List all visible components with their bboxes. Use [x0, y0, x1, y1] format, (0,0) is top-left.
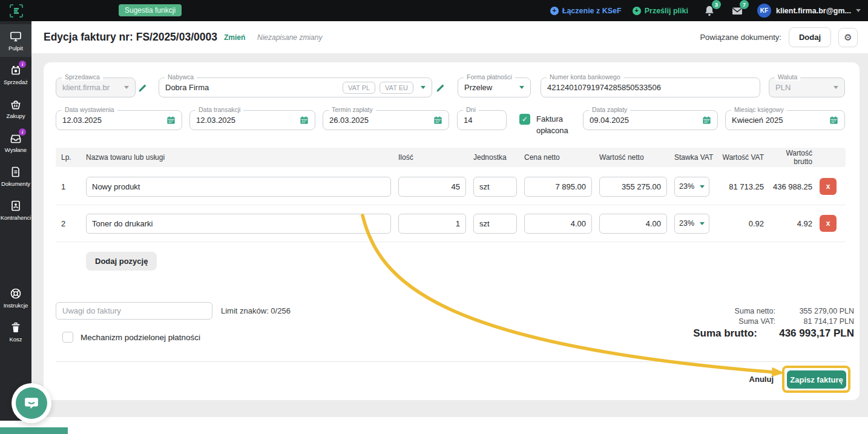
days-input[interactable]: [464, 116, 500, 125]
item-qty-input[interactable]: [404, 219, 460, 228]
calendar-icon[interactable]: [702, 116, 711, 125]
col-vat-rate: Stawka VAT: [674, 153, 715, 162]
calendar-icon[interactable]: [433, 116, 442, 125]
add-related-document-button[interactable]: Dodaj: [789, 27, 831, 47]
upload-files-link[interactable]: + Prześlij pliki: [633, 7, 688, 15]
item-net-value-cell: [599, 177, 667, 197]
item-unit-input[interactable]: [479, 182, 511, 191]
add-item-button[interactable]: Dodaj pozycję: [86, 252, 157, 271]
sidebar-item-kosz[interactable]: Kosz: [0, 315, 31, 348]
ksef-connect-link[interactable]: + Łączenie z KSeF: [550, 7, 622, 15]
account-menu[interactable]: KF klient.firma.br@gm...: [757, 4, 861, 18]
payment-date-input[interactable]: [590, 116, 702, 125]
topbar: Sugestia funkcji + Łączenie z KSeF + Prz…: [0, 0, 868, 21]
sidebar-item-sprzedaz[interactable]: i Sprzedaż: [0, 58, 31, 91]
sidebar-item-instrukcje[interactable]: Instrukcje: [0, 281, 31, 314]
sum-vat-label: Suma VAT:: [679, 317, 775, 326]
sidebar-item-wyslane[interactable]: i Wysłane: [0, 126, 31, 159]
split-payment-checkbox[interactable]: [62, 332, 73, 343]
sidebar-item-pulpit[interactable]: Pulpit: [0, 24, 31, 57]
row-index: 1: [56, 182, 86, 191]
accounting-month-input[interactable]: [732, 116, 829, 125]
sidebar-item-dokumenty[interactable]: Dokumenty: [0, 160, 31, 192]
edit-buyer-pencil-icon[interactable]: [436, 82, 446, 93]
page-header: Edycja faktury nr: FS/2025/03/0003 Zmień…: [31, 21, 868, 53]
col-qty: Ilość: [398, 153, 473, 162]
row-index: 2: [56, 219, 86, 228]
item-qty-cell: [398, 214, 466, 234]
bank-account-field[interactable]: Numer konta bankowego: [541, 77, 760, 97]
settings-button[interactable]: ⚙: [838, 28, 858, 47]
paid-checkbox-label: Faktura opłacona: [536, 114, 580, 137]
item-net-price-input[interactable]: [530, 219, 586, 228]
chat-bubble-icon: [24, 395, 39, 411]
days-field[interactable]: Dni: [457, 110, 507, 130]
vat-pl-toggle[interactable]: VAT PL: [343, 82, 375, 94]
payment-method-select[interactable]: Forma płatności: [458, 77, 531, 97]
col-net-price: Cena netto: [524, 153, 599, 162]
calendar-icon[interactable]: [829, 116, 838, 125]
item-vat-select[interactable]: 23%: [674, 177, 709, 197]
buyer-input[interactable]: [165, 83, 338, 92]
item-qty-input[interactable]: [404, 182, 460, 191]
edit-seller-pencil-icon[interactable]: [138, 82, 148, 93]
footer-divider: [56, 361, 846, 362]
item-net-value-input[interactable]: [605, 182, 661, 191]
avatar: KF: [757, 4, 771, 18]
item-unit-input[interactable]: [479, 219, 511, 228]
split-payment-label: Mechanizm podzielonej płatności: [81, 333, 200, 342]
item-name-input[interactable]: [92, 219, 385, 228]
account-email: klient.firma.br@gm...: [776, 7, 851, 15]
item-net-price-input[interactable]: [530, 182, 586, 191]
sum-gross-label: Suma brutto:: [660, 327, 757, 340]
app-logo-icon[interactable]: [8, 3, 24, 19]
feature-suggestion-badge[interactable]: Sugestia funkcji: [119, 4, 182, 16]
invoice-edit-page: Sugestia funkcji + Łączenie z KSeF + Prz…: [0, 0, 868, 434]
item-gross-value: 436 988.25: [771, 182, 820, 191]
sum-vat-row: Suma VAT: 81 714,17 PLN: [679, 317, 854, 326]
item-name-input[interactable]: [92, 182, 385, 191]
calendar-icon[interactable]: [300, 116, 309, 125]
transaction-date-input[interactable]: [196, 116, 300, 125]
item-net-price-cell: [524, 214, 592, 234]
accounting-month-field[interactable]: Miesiąc księgowy: [725, 110, 845, 130]
save-invoice-button[interactable]: Zapisz fakturę: [787, 370, 846, 389]
delete-item-button[interactable]: x: [820, 215, 837, 232]
char-limit-label: Limit znaków: 0/256: [221, 306, 291, 315]
info-badge: i: [19, 128, 26, 136]
chevron-down-icon: [700, 185, 705, 188]
buyer-field[interactable]: Nabywca VAT PL VAT EU: [159, 77, 432, 97]
vat-eu-toggle[interactable]: VAT EU: [380, 82, 413, 94]
unsaved-changes-label: Niezapisane zmiany: [257, 33, 322, 42]
messages-button[interactable]: 7: [731, 4, 744, 18]
mail-count-badge: 7: [740, 0, 749, 9]
paid-checkbox[interactable]: ✓: [519, 114, 530, 125]
split-payment-group: Mechanizm podzielonej płatności: [62, 332, 200, 343]
currency-select: Waluta: [769, 77, 845, 97]
delete-item-button[interactable]: x: [820, 178, 837, 195]
due-date-field[interactable]: Termin zapłaty: [323, 110, 449, 130]
sidebar-item-kontrahenci[interactable]: Kontrahenci: [0, 194, 31, 226]
bank-account-input[interactable]: [547, 83, 754, 92]
due-date-input[interactable]: [329, 116, 433, 125]
issue-date-field[interactable]: Data wystawienia: [56, 110, 182, 130]
sum-gross-value: 436 993,17 PLN: [757, 327, 854, 340]
issue-date-input[interactable]: [62, 116, 166, 125]
chat-banner-partial: [0, 427, 68, 434]
col-unit: Jednostka: [473, 153, 524, 162]
payment-date-field[interactable]: Data zapłaty: [583, 110, 718, 130]
invoice-notes-input[interactable]: [56, 302, 212, 320]
sum-net-label: Suma netto:: [679, 307, 775, 315]
chat-launcher-button[interactable]: [16, 387, 47, 419]
calendar-icon[interactable]: [166, 116, 176, 125]
change-number-link[interactable]: Zmień: [224, 33, 245, 42]
item-vat-select[interactable]: 23%: [674, 214, 709, 234]
transaction-date-field[interactable]: Data transakcji: [189, 110, 315, 130]
notifications-bell-button[interactable]: 3: [703, 4, 716, 18]
item-net-value-input[interactable]: [605, 219, 661, 228]
cancel-button[interactable]: Anuluj: [749, 375, 774, 384]
item-row: 2 23% 0.92 4.92 x: [56, 205, 846, 242]
sidebar-item-zakupy[interactable]: Zakupy: [0, 92, 31, 125]
seller-select: Sprzedawca: [56, 77, 136, 97]
payment-method-value[interactable]: [464, 83, 519, 92]
